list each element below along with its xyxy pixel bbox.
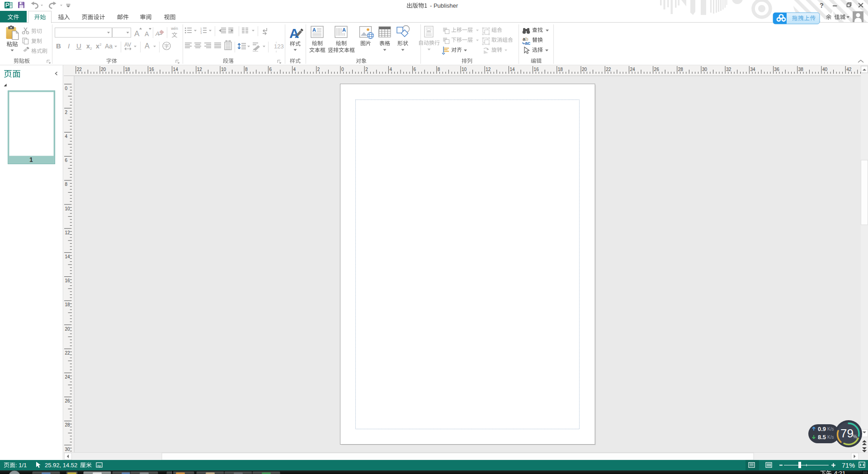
svg-text:4: 4: [65, 134, 68, 139]
svg-text:26: 26: [654, 67, 660, 72]
svg-text:24: 24: [630, 67, 635, 72]
svg-text:2: 2: [365, 67, 368, 72]
svg-text:16: 16: [65, 278, 71, 283]
svg-text:123: 123: [274, 43, 284, 50]
svg-text:6: 6: [269, 67, 272, 72]
svg-text:20: 20: [582, 67, 587, 72]
svg-text:4: 4: [389, 67, 392, 72]
svg-text:8: 8: [245, 67, 248, 72]
svg-text:4:21: 4:21: [834, 470, 845, 474]
svg-text:I: I: [68, 42, 70, 50]
svg-text:18: 18: [125, 67, 130, 72]
svg-text:A: A: [134, 29, 140, 38]
svg-text:34: 34: [750, 67, 755, 72]
svg-text:14: 14: [65, 254, 71, 259]
svg-text:12: 12: [486, 67, 491, 72]
svg-text:K/s: K/s: [827, 435, 834, 440]
svg-text:4: 4: [293, 67, 296, 72]
svg-text:%: %: [853, 434, 857, 439]
svg-text:28: 28: [678, 67, 684, 72]
svg-text:40: 40: [822, 67, 828, 72]
svg-text:- Publisher: - Publisher: [430, 2, 458, 9]
svg-text:18: 18: [558, 67, 563, 72]
svg-text:22: 22: [606, 67, 611, 72]
svg-text:0.9: 0.9: [818, 426, 826, 432]
svg-text:wén: wén: [170, 26, 178, 31]
svg-text:8: 8: [438, 67, 440, 72]
svg-text:6: 6: [414, 67, 416, 72]
svg-text:1: 1: [29, 156, 33, 163]
svg-text:14: 14: [173, 67, 179, 72]
svg-text:32: 32: [726, 67, 731, 72]
svg-text:A: A: [145, 42, 150, 50]
svg-text:U: U: [76, 42, 81, 50]
svg-text:20: 20: [101, 67, 106, 72]
svg-text:10: 10: [462, 67, 467, 72]
svg-text:8: 8: [65, 182, 68, 187]
svg-text:25.92, 14.52: 25.92, 14.52: [45, 462, 77, 469]
svg-text:8.5: 8.5: [818, 434, 826, 441]
svg-text:ac: ac: [525, 40, 530, 46]
svg-text:2: 2: [317, 67, 320, 72]
svg-text:2: 2: [90, 47, 92, 51]
svg-text:71%: 71%: [842, 462, 855, 469]
svg-text:36: 36: [774, 67, 780, 72]
svg-text:26: 26: [65, 398, 71, 403]
svg-text:16: 16: [534, 67, 539, 72]
svg-text:12: 12: [197, 67, 203, 72]
svg-text:: 1/1: : 1/1: [15, 462, 27, 469]
svg-text:A: A: [145, 30, 149, 38]
svg-text:0: 0: [65, 86, 68, 91]
svg-text:14: 14: [509, 67, 515, 72]
svg-text:?: ?: [820, 2, 824, 9]
svg-text:24: 24: [65, 374, 71, 379]
svg-text:xy: xy: [97, 464, 101, 468]
svg-text:B: B: [56, 42, 61, 50]
svg-text:0: 0: [341, 67, 344, 72]
svg-text:2: 2: [65, 110, 68, 115]
svg-text:38: 38: [798, 67, 804, 72]
svg-text:42: 42: [846, 67, 852, 72]
svg-text:22: 22: [77, 67, 82, 72]
svg-text:Aa: Aa: [105, 43, 113, 50]
svg-text:20: 20: [65, 327, 71, 332]
svg-text:28: 28: [65, 422, 71, 427]
svg-text:A: A: [155, 30, 160, 37]
svg-text:K/s: K/s: [827, 427, 834, 431]
svg-text:30: 30: [65, 447, 71, 452]
svg-text:79: 79: [840, 427, 854, 440]
svg-text:A: A: [312, 27, 316, 33]
svg-text:10: 10: [221, 67, 226, 72]
svg-text:10: 10: [65, 206, 71, 211]
svg-text:A: A: [342, 27, 346, 33]
svg-text:30: 30: [702, 67, 708, 72]
svg-text:2: 2: [99, 43, 102, 47]
svg-text:x: x: [86, 43, 90, 50]
svg-text:16: 16: [149, 67, 154, 72]
svg-text:22: 22: [65, 351, 71, 356]
svg-text:x: x: [96, 43, 99, 50]
svg-text:AV: AV: [124, 42, 131, 48]
svg-text:18: 18: [65, 302, 71, 307]
svg-text:6: 6: [65, 158, 68, 163]
svg-text:12: 12: [65, 230, 71, 235]
